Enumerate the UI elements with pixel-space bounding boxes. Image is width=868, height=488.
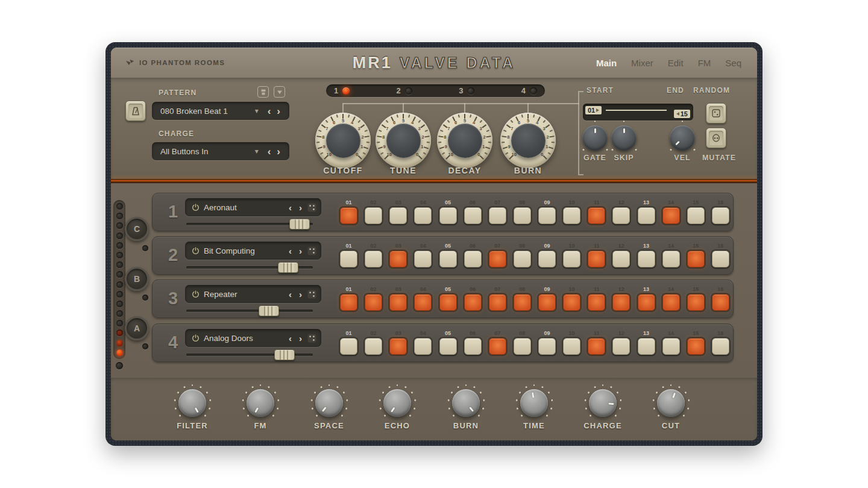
step-button-14[interactable] bbox=[662, 251, 680, 267]
power-icon[interactable] bbox=[191, 246, 200, 255]
time-knob[interactable] bbox=[520, 389, 548, 417]
step-button-12[interactable] bbox=[612, 294, 630, 311]
cutoff-knob[interactable]: 012345678910 bbox=[315, 113, 371, 168]
echo-knob[interactable] bbox=[383, 389, 411, 417]
step-button-11[interactable] bbox=[588, 207, 605, 224]
step-button-15[interactable] bbox=[687, 251, 705, 267]
step-button-8[interactable] bbox=[514, 294, 531, 311]
step-button-10[interactable] bbox=[563, 207, 580, 224]
step-button-12[interactable] bbox=[612, 207, 630, 224]
step-button-10[interactable] bbox=[563, 251, 580, 267]
load-pattern-button[interactable] bbox=[274, 86, 285, 98]
step-button-2[interactable] bbox=[365, 251, 382, 267]
pattern-select[interactable]: 080 Broken Beat 1 ▾ ‹ › bbox=[152, 102, 289, 120]
track-name[interactable]: Analog Doors bbox=[204, 334, 283, 343]
next-sound-button[interactable]: › bbox=[297, 246, 304, 255]
step-button-15[interactable] bbox=[687, 338, 705, 355]
nav-tab-seq[interactable]: Seq bbox=[725, 58, 741, 68]
save-pattern-button[interactable] bbox=[257, 86, 269, 98]
step-button-9[interactable] bbox=[538, 294, 556, 311]
volume-slider[interactable] bbox=[185, 305, 314, 316]
step-button-7[interactable] bbox=[489, 294, 506, 311]
step-button-14[interactable] bbox=[662, 207, 680, 224]
knob-cap[interactable] bbox=[386, 124, 421, 158]
step-button-2[interactable] bbox=[365, 207, 382, 224]
step-button-12[interactable] bbox=[612, 338, 630, 355]
track-name[interactable]: Aeronaut bbox=[204, 203, 283, 212]
volume-handle[interactable] bbox=[278, 262, 298, 273]
step-button-4[interactable] bbox=[414, 251, 432, 267]
fm-knob[interactable] bbox=[247, 389, 274, 417]
volume-slider[interactable] bbox=[185, 219, 314, 230]
step-button-7[interactable] bbox=[489, 207, 506, 224]
mutate-button[interactable] bbox=[706, 128, 726, 148]
vel-knob[interactable] bbox=[670, 125, 695, 151]
volume-handle[interactable] bbox=[259, 305, 279, 316]
next-sound-button[interactable]: › bbox=[297, 290, 304, 299]
filter-knob[interactable] bbox=[178, 389, 206, 417]
volume-handle[interactable] bbox=[289, 219, 310, 230]
step-button-5[interactable] bbox=[439, 338, 457, 355]
step-button-15[interactable] bbox=[687, 294, 705, 311]
step-button-5[interactable] bbox=[439, 207, 457, 224]
step-button-10[interactable] bbox=[563, 338, 580, 355]
gate-knob[interactable] bbox=[582, 125, 608, 151]
voice-1[interactable]: 1 bbox=[334, 86, 350, 95]
decay-knob[interactable]: 012345678910 bbox=[437, 113, 492, 168]
step-button-1[interactable] bbox=[340, 338, 357, 355]
step-button-12[interactable] bbox=[612, 251, 630, 267]
next-sound-button[interactable]: › bbox=[297, 334, 304, 343]
end-handle[interactable]: 15 bbox=[674, 110, 690, 118]
voice-2[interactable]: 2 bbox=[397, 86, 412, 95]
step-button-1[interactable] bbox=[340, 294, 357, 311]
step-button-2[interactable] bbox=[365, 294, 382, 311]
step-button-3[interactable] bbox=[389, 338, 407, 355]
step-button-8[interactable] bbox=[514, 338, 531, 355]
step-button-13[interactable] bbox=[638, 338, 655, 355]
space-knob[interactable] bbox=[315, 389, 343, 417]
step-button-16[interactable] bbox=[712, 294, 729, 311]
start-end-range-slider[interactable]: 01 15 bbox=[583, 104, 693, 120]
voice-4[interactable]: 4 bbox=[521, 86, 537, 95]
volume-slider[interactable] bbox=[185, 262, 314, 273]
power-icon[interactable] bbox=[191, 290, 200, 299]
step-button-4[interactable] bbox=[414, 338, 432, 355]
step-button-1[interactable] bbox=[340, 251, 357, 267]
step-button-3[interactable] bbox=[389, 294, 407, 311]
knob-cap[interactable] bbox=[511, 124, 546, 158]
charge-next-button[interactable]: › bbox=[274, 146, 283, 157]
chevron-down-icon[interactable]: ▾ bbox=[255, 107, 259, 115]
group-button-b[interactable]: B bbox=[125, 267, 149, 291]
step-button-4[interactable] bbox=[414, 207, 432, 224]
track-name[interactable]: Repeater bbox=[204, 290, 283, 299]
volume-slider[interactable] bbox=[185, 349, 314, 360]
group-button-c[interactable]: C bbox=[125, 217, 149, 241]
burn-fx-knob[interactable] bbox=[452, 389, 480, 417]
step-button-3[interactable] bbox=[389, 251, 407, 267]
chevron-down-icon[interactable]: ▾ bbox=[255, 147, 259, 155]
step-button-11[interactable] bbox=[588, 251, 605, 267]
step-button-3[interactable] bbox=[389, 207, 407, 224]
dice-icon[interactable] bbox=[307, 246, 316, 255]
step-button-11[interactable] bbox=[588, 294, 605, 311]
charge-prev-button[interactable]: ‹ bbox=[265, 146, 274, 157]
prev-sound-button[interactable]: ‹ bbox=[287, 290, 294, 299]
volume-handle[interactable] bbox=[274, 349, 295, 360]
start-handle[interactable]: 01 bbox=[585, 106, 602, 114]
dice-icon[interactable] bbox=[307, 290, 316, 299]
step-button-10[interactable] bbox=[563, 294, 580, 311]
voice-3[interactable]: 3 bbox=[459, 86, 474, 95]
step-button-8[interactable] bbox=[514, 207, 531, 224]
prev-sound-button[interactable]: ‹ bbox=[287, 203, 294, 212]
pattern-prev-button[interactable]: ‹ bbox=[265, 106, 274, 116]
tune-knob[interactable]: 012345678910 bbox=[376, 113, 431, 168]
step-button-7[interactable] bbox=[489, 338, 506, 355]
random-button[interactable] bbox=[706, 103, 726, 124]
next-sound-button[interactable]: › bbox=[297, 203, 304, 212]
step-button-7[interactable] bbox=[489, 251, 506, 267]
track-name[interactable]: Bit Computing bbox=[204, 246, 283, 255]
group-button-a[interactable]: A bbox=[125, 316, 149, 340]
step-button-13[interactable] bbox=[638, 294, 655, 311]
step-button-13[interactable] bbox=[638, 251, 655, 267]
step-button-16[interactable] bbox=[712, 251, 729, 267]
